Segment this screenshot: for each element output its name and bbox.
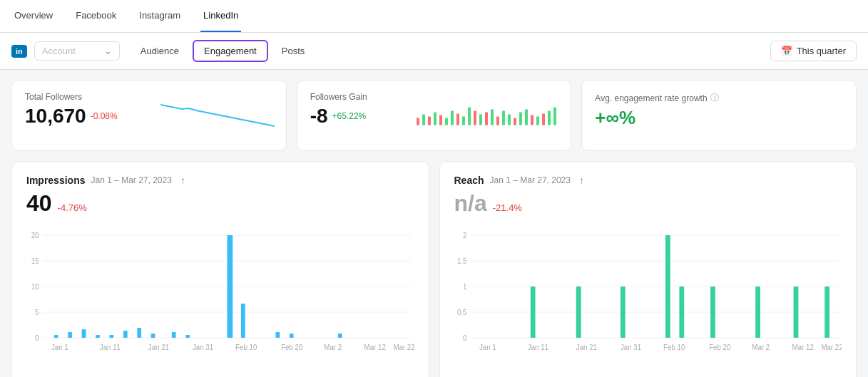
nav-overview[interactable]: Overview <box>11 0 56 32</box>
svg-rect-12 <box>485 113 488 125</box>
svg-rect-9 <box>468 108 471 125</box>
svg-rect-16 <box>508 115 511 125</box>
svg-rect-70 <box>576 286 581 338</box>
svg-rect-46 <box>241 304 245 338</box>
impressions-title: Impressions <box>26 175 85 186</box>
svg-text:Mar 2: Mar 2 <box>752 344 770 351</box>
nav-facebook[interactable]: Facebook <box>73 0 119 32</box>
reach-value-row: n/a -21.4% <box>454 190 842 217</box>
toolbar: in Account ⌄ Audience Engagement Posts 📅… <box>0 33 868 70</box>
info-icon: ⓘ <box>710 92 719 104</box>
reach-svg: 2 1.5 1 0.5 0 <box>454 225 842 368</box>
svg-rect-18 <box>519 113 522 125</box>
svg-rect-11 <box>479 115 482 125</box>
impressions-change: -4.76% <box>58 202 87 213</box>
svg-text:Jan 31: Jan 31 <box>193 344 213 351</box>
svg-rect-15 <box>502 111 505 125</box>
svg-rect-3 <box>434 113 436 125</box>
top-nav: Overview Facebook Instagram LinkedIn <box>0 0 868 33</box>
svg-text:Jan 11: Jan 11 <box>100 344 121 351</box>
account-label: Account <box>42 46 76 56</box>
svg-rect-0 <box>417 118 419 125</box>
nav-linkedin[interactable]: LinkedIn <box>200 0 241 32</box>
svg-rect-47 <box>275 332 280 338</box>
svg-rect-74 <box>710 286 715 338</box>
tab-posts[interactable]: Posts <box>271 41 316 61</box>
svg-rect-7 <box>456 114 459 125</box>
reach-chart-header: Reach Jan 1 – Mar 27, 2023 ↑ <box>454 175 842 186</box>
svg-text:15: 15 <box>31 257 39 265</box>
impressions-value-row: 40 -4.76% <box>26 190 414 217</box>
svg-rect-37 <box>82 329 86 338</box>
total-followers-value: 10,670 <box>25 105 86 128</box>
avg-engagement-value: +∞% <box>595 107 635 128</box>
reach-value: n/a <box>454 190 487 217</box>
date-range-label: This quarter <box>797 46 846 56</box>
svg-text:Feb 20: Feb 20 <box>281 344 303 351</box>
total-followers-card: Total Followers 10,670 -0.08% <box>11 80 287 151</box>
chevron-down-icon: ⌄ <box>104 46 112 56</box>
svg-text:Mar 2: Mar 2 <box>324 344 342 351</box>
summary-cards: Total Followers 10,670 -0.08% Followers … <box>11 80 857 151</box>
date-range-button[interactable]: 📅 This quarter <box>770 41 857 61</box>
followers-gain-sparkline <box>417 97 559 135</box>
account-select[interactable]: Account ⌄ <box>34 41 120 61</box>
svg-rect-20 <box>531 115 533 125</box>
svg-rect-36 <box>68 332 72 338</box>
tab-engagement[interactable]: Engagement <box>193 40 268 62</box>
svg-rect-44 <box>185 335 190 338</box>
svg-text:Jan 21: Jan 21 <box>576 344 596 351</box>
svg-rect-42 <box>151 334 155 338</box>
export-icon[interactable]: ↑ <box>180 175 185 186</box>
svg-rect-17 <box>514 118 516 125</box>
svg-text:1: 1 <box>463 283 466 291</box>
svg-rect-40 <box>123 331 128 338</box>
svg-rect-43 <box>172 332 176 338</box>
svg-text:Jan 21: Jan 21 <box>148 344 169 351</box>
charts-row: Impressions Jan 1 – Mar 27, 2023 ↑ 40 -4… <box>11 161 857 377</box>
svg-text:Jan 1: Jan 1 <box>479 344 496 351</box>
reach-change: -21.4% <box>493 202 522 213</box>
main-content: Total Followers 10,670 -0.08% Followers … <box>0 70 868 377</box>
tab-audience[interactable]: Audience <box>130 41 190 61</box>
svg-text:Jan 31: Jan 31 <box>620 344 640 351</box>
svg-rect-49 <box>338 334 342 338</box>
followers-gain-change: +65.22% <box>332 111 367 121</box>
total-followers-sparkline <box>160 98 275 133</box>
reach-title: Reach <box>454 175 484 186</box>
svg-rect-5 <box>445 118 448 125</box>
impressions-value: 40 <box>26 190 52 217</box>
svg-rect-10 <box>474 111 476 125</box>
svg-text:1.5: 1.5 <box>456 257 466 265</box>
nav-instagram[interactable]: Instagram <box>136 0 183 32</box>
svg-rect-24 <box>553 108 556 125</box>
impressions-date: Jan 1 – Mar 27, 2023 <box>91 175 171 185</box>
svg-rect-4 <box>439 115 442 125</box>
followers-gain-card: Followers Gain -8 +65.22% <box>297 80 572 151</box>
followers-gain-value: -8 <box>310 105 328 128</box>
svg-rect-14 <box>496 117 499 125</box>
svg-text:10: 10 <box>31 283 39 291</box>
svg-rect-21 <box>536 117 539 125</box>
svg-rect-38 <box>96 335 100 338</box>
svg-rect-39 <box>109 335 113 338</box>
svg-rect-22 <box>542 114 545 125</box>
tab-group: Audience Engagement Posts <box>130 40 315 62</box>
impressions-chart-header: Impressions Jan 1 – Mar 27, 2023 ↑ <box>26 175 414 186</box>
svg-rect-35 <box>54 335 58 338</box>
svg-rect-72 <box>665 235 670 338</box>
svg-rect-45 <box>227 235 233 338</box>
reach-export-icon[interactable]: ↑ <box>579 175 584 186</box>
svg-rect-71 <box>620 286 625 338</box>
svg-text:Feb 10: Feb 10 <box>663 344 685 351</box>
svg-rect-69 <box>530 286 535 338</box>
svg-rect-75 <box>755 286 760 338</box>
svg-text:Mar 12: Mar 12 <box>792 344 813 351</box>
svg-rect-1 <box>422 115 425 125</box>
svg-rect-76 <box>793 286 798 338</box>
svg-text:Jan 1: Jan 1 <box>51 344 68 351</box>
svg-rect-13 <box>491 110 494 125</box>
svg-rect-19 <box>525 110 528 125</box>
linkedin-icon: in <box>11 45 27 58</box>
total-followers-change: -0.08% <box>91 111 118 121</box>
